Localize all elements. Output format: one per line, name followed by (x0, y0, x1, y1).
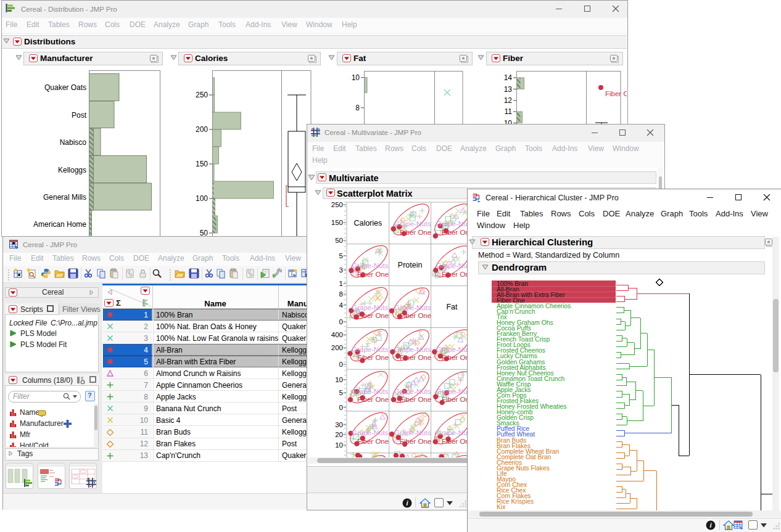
svg-text:Frosted Alphabits: Frosted Alphabits (497, 364, 546, 371)
svg-text:Cap’n’Crunch: Cap’n’Crunch (497, 308, 535, 315)
svg-text:0: 0 (339, 361, 343, 368)
svg-text:5: 5 (339, 252, 343, 260)
svg-text:Cinnamon Toast Crunch: Cinnamon Toast Crunch (497, 375, 565, 382)
svg-text:20: 20 (335, 431, 343, 438)
svg-text:Trix: Trix (497, 314, 508, 321)
svg-text:i: i (406, 499, 408, 507)
svg-text:Honey Graham Ohs: Honey Graham Ohs (497, 319, 553, 326)
svg-text:Grape-Nuts: Grape-Nuts (352, 304, 389, 311)
svg-text:Grape-Nuts: Grape-Nuts (394, 429, 431, 436)
svg-text:i: i (709, 522, 712, 529)
svg-text:Fat: Fat (446, 303, 458, 311)
svg-text:Fiber One: Fiber One (442, 438, 472, 445)
svg-text:Grape-Nuts: Grape-Nuts (436, 429, 472, 436)
svg-text:8: 8 (339, 290, 343, 298)
svg-text:Franken Berry: Franken Berry (497, 330, 537, 337)
svg-text:Grape Nuts Flakes: Grape Nuts Flakes (497, 465, 550, 472)
svg-text:Fiber One: Fiber One (400, 312, 431, 319)
svg-text:French Toast Crisp: French Toast Crisp (497, 336, 550, 343)
svg-text:Grape-Nuts: Grape-Nuts (436, 262, 472, 269)
svg-text:Grape-Nuts: Grape-Nuts (436, 388, 472, 395)
svg-text:Grape-Nuts: Grape-Nuts (352, 262, 389, 269)
svg-text:Rice Chex: Rice Chex (497, 487, 526, 494)
svg-text:Grape-Nuts: Grape-Nuts (394, 388, 431, 395)
svg-text:Apple Jacks: Apple Jacks (497, 387, 531, 393)
svg-text:Smacks: Smacks (497, 420, 519, 427)
svg-text:3: 3 (339, 266, 343, 274)
svg-text:All-Bran with Extra Fiber: All-Bran with Extra Fiber (497, 292, 566, 298)
svg-text:4: 4 (339, 301, 344, 309)
svg-text:Life: Life (497, 470, 507, 477)
svg-text:Bran Flakes: Bran Flakes (497, 443, 531, 449)
svg-text:Grape-Nuts: Grape-Nuts (352, 388, 389, 395)
svg-text:1: 1 (339, 280, 343, 287)
svg-text:Grape-Nuts: Grape-Nuts (352, 346, 389, 353)
svg-text:Honey-comb: Honey-comb (497, 409, 533, 415)
svg-text:Protein: Protein (398, 261, 423, 269)
svg-text:Complete Oat Bran: Complete Oat Bran (497, 454, 551, 460)
svg-text:Fiber One: Fiber One (357, 354, 389, 361)
svg-text:Fiber One: Fiber One (400, 438, 431, 445)
svg-text:50: 50 (335, 237, 343, 244)
svg-text:Fiber One: Fiber One (357, 438, 389, 445)
svg-text:Puffed Rice: Puffed Rice (497, 425, 529, 432)
svg-text:Kix: Kix (497, 504, 506, 510)
svg-text:Froot Loops: Froot Loops (497, 342, 531, 348)
svg-text:Grape-Nuts: Grape-Nuts (394, 346, 431, 353)
svg-text:All-Bran: All-Bran (497, 286, 519, 293)
svg-text:30: 30 (335, 421, 343, 428)
svg-text:0: 0 (339, 318, 343, 325)
svg-text:Honey Frosted Wheaties: Honey Frosted Wheaties (497, 403, 566, 410)
svg-text:Fiber One: Fiber One (357, 312, 389, 319)
svg-text:Fiber One: Fiber One (400, 354, 431, 361)
svg-text:Frosted Flakes: Frosted Flakes (497, 398, 539, 404)
svg-text:10: 10 (335, 376, 343, 383)
svg-text:Bran Buds: Bran Buds (497, 437, 526, 444)
svg-text:Golden Grahams: Golden Grahams (497, 359, 545, 366)
svg-text:Cheerios: Cheerios (497, 459, 522, 466)
svg-text:Corn Flakes: Corn Flakes (497, 493, 531, 499)
svg-text:Grape-Nuts: Grape-Nuts (436, 346, 472, 353)
svg-text:Maypo: Maypo (497, 476, 516, 483)
svg-text:Apple Cinnamon Cheerios: Apple Cinnamon Cheerios (497, 303, 571, 309)
svg-text:Fiber One: Fiber One (442, 354, 472, 361)
svg-text:Grape-Nuts: Grape-Nuts (394, 304, 431, 311)
svg-text:Waffle Crisp: Waffle Crisp (497, 381, 531, 388)
svg-text:400: 400 (331, 331, 343, 338)
svg-text:Honey Nut Cheerios: Honey Nut Cheerios (497, 370, 554, 377)
svg-text:0: 0 (339, 404, 343, 411)
svg-text:Golden Crisp: Golden Crisp (497, 414, 534, 421)
svg-text:Fiber One: Fiber One (357, 396, 389, 403)
svg-text:Lucky Charms: Lucky Charms (497, 353, 537, 359)
svg-text:Fiber One: Fiber One (357, 271, 389, 278)
svg-text:100% Bran: 100% Bran (497, 280, 528, 287)
svg-text:Fiber One: Fiber One (442, 396, 472, 403)
svg-text:Fiber One: Fiber One (442, 271, 472, 278)
svg-text:Frosted Cheerios: Frosted Cheerios (497, 347, 545, 354)
svg-text:200: 200 (331, 344, 343, 351)
svg-text:5: 5 (339, 389, 343, 396)
svg-text:Corn Chex: Corn Chex (497, 481, 527, 488)
svg-text:Corn Pops: Corn Pops (497, 392, 527, 399)
svg-text:Fiber One: Fiber One (497, 297, 525, 304)
svg-text:Cocoa Puffs: Cocoa Puffs (497, 325, 531, 332)
svg-text:10: 10 (335, 441, 343, 449)
svg-text:Puffed Wheat: Puffed Wheat (497, 431, 535, 438)
svg-text:Complete Wheat Bran: Complete Wheat Bran (497, 448, 560, 455)
svg-text:Fiber One: Fiber One (400, 396, 431, 403)
svg-text:Grape-Nuts: Grape-Nuts (352, 429, 389, 436)
svg-text:Rice Krispies: Rice Krispies (497, 498, 534, 505)
